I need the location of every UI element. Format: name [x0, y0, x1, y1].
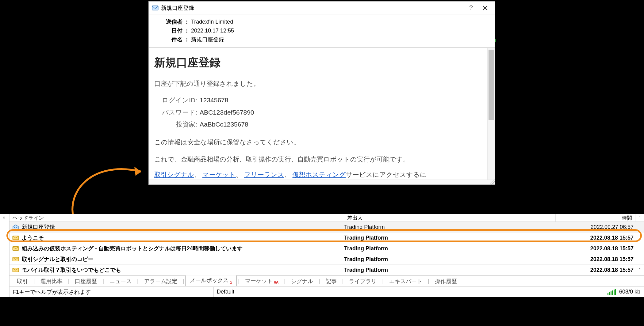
- header-date-value: 2022.10.17 12:55: [191, 26, 489, 35]
- mail-row[interactable]: 組み込みの仮装ホスティング - 自動売買ロボットとシグナルは毎日24時間稼働して…: [10, 243, 644, 254]
- mail-row-headline: 組み込みの仮装ホスティング - 自動売買ロボットとシグナルは毎日24時間稼働して…: [22, 245, 344, 252]
- status-traffic: 608/0 kb: [619, 289, 640, 295]
- mail-body-note2: これで、金融商品相場の分析、取引操作の実行、自動売買ロボットの実行が可能です。: [154, 153, 482, 165]
- tab-1[interactable]: 運用比率: [36, 276, 67, 286]
- header-date-label: 日付: [155, 26, 182, 35]
- mail-closed-icon: [10, 257, 22, 262]
- scrollbar-thumb[interactable]: [489, 50, 494, 120]
- dialog-titlebar[interactable]: 新規口座登録 ?: [149, 2, 495, 14]
- mail-row-headline: ようこそ: [22, 234, 344, 241]
- mail-row-sender: Trading Platform: [344, 256, 556, 263]
- terminal-tabs: 取引|運用比率|口座履歴|ニュース|アラーム設定|メールボックス 5|マーケット…: [10, 275, 644, 286]
- header-sender-label: 送信者: [155, 17, 182, 26]
- col-sender[interactable]: 差出人: [344, 214, 556, 222]
- dialog-scrollbar[interactable]: [487, 48, 495, 180]
- status-bar: F1キーでヘルプが表示されます Default 608/0 kb: [10, 286, 644, 297]
- mail-body: 新規口座登録 口座が下記の通り登録されました。 ログインID: 12345678…: [149, 48, 487, 180]
- header-sender-value: Tradexfin Limited: [191, 17, 489, 26]
- mail-row-sender: Trading Platform: [344, 267, 556, 273]
- dialog-resize-handle[interactable]: [149, 180, 495, 184]
- mail-list: 新規口座登録Trading Platform2022.09.27 06:57よう…: [10, 222, 644, 275]
- links-suffix: サービスにアクセスするに: [346, 171, 427, 178]
- scroll-down-icon[interactable]: ˇ: [635, 268, 644, 272]
- mail-closed-icon: [10, 267, 22, 272]
- mail-row-time: 2022.08.18 15:57: [556, 235, 635, 241]
- mail-list-headers: ヘッドライン 差出人 時間 ˆ: [10, 214, 644, 222]
- mail-row-sender: Trading Platform: [344, 224, 556, 230]
- mail-header: 送信者 ： Tradexfin Limited 日付 ： 2022.10.17 …: [149, 14, 495, 48]
- dialog-title: 新規口座登録: [161, 4, 464, 12]
- mail-row-sender: Trading Platform: [344, 235, 556, 241]
- col-headline[interactable]: ヘッドライン: [10, 214, 344, 222]
- mail-row-time: 2022.08.18 15:57: [556, 256, 635, 263]
- tab-10[interactable]: エキスパート: [385, 276, 427, 286]
- mail-row-time: 2022.08.18 15:57: [556, 267, 635, 273]
- svg-rect-0: [152, 6, 158, 10]
- connection-bars-icon: [608, 289, 616, 295]
- status-connection[interactable]: 608/0 kb: [552, 287, 644, 297]
- mail-row-headline: モバイル取引？取引をいつでもどこでも: [22, 266, 344, 274]
- mail-row-time: 2022.09.27 06:57: [556, 224, 635, 230]
- tab-0[interactable]: 取引: [13, 276, 32, 286]
- mail-open-icon: [10, 225, 22, 229]
- mail-icon: [152, 6, 159, 10]
- col-scroll-up[interactable]: ˆ: [635, 214, 644, 222]
- mail-body-note: この情報は安全な場所に保管なさってください。: [154, 136, 482, 148]
- mail-row-headline: 取引シグナルと取引のコピー: [22, 256, 344, 263]
- mail-row[interactable]: 取引シグナルと取引のコピーTrading Platform2022.08.18 …: [10, 254, 644, 265]
- tab-badge: 86: [273, 280, 278, 285]
- tab-badge: 5: [228, 280, 232, 285]
- tab-4[interactable]: アラーム設定: [140, 276, 182, 286]
- password-value: ABC123def567890: [197, 106, 254, 119]
- mail-row-sender: Trading Platform: [344, 245, 556, 252]
- tab-8[interactable]: 記事: [321, 276, 341, 286]
- tab-7[interactable]: シグナル: [287, 276, 317, 286]
- dialog-close-button[interactable]: [478, 2, 492, 13]
- mail-body-links: 取引シグナル、 マーケット、 フリーランス、 仮想ホスティングサービスにアクセス…: [154, 169, 482, 180]
- tab-6[interactable]: マーケット 86: [241, 276, 283, 286]
- tab-11[interactable]: 操作履歴: [431, 276, 461, 286]
- terminal-panel: × ターミナル ヘッドライン 差出人 時間 ˆ 新規口座登録Trading Pl…: [0, 214, 644, 297]
- mail-row-headline: 新規口座登録: [22, 223, 344, 231]
- col-time[interactable]: 時間: [556, 214, 635, 222]
- login-id-label: ログインID:: [154, 94, 197, 106]
- tab-3[interactable]: ニュース: [105, 276, 136, 286]
- mail-closed-icon: [10, 246, 22, 251]
- link-trading-signal[interactable]: 取引シグナル: [154, 171, 194, 178]
- link-market[interactable]: マーケット: [202, 171, 236, 178]
- dialog-help-button[interactable]: ?: [464, 2, 478, 13]
- password-label: パスワード:: [154, 106, 197, 119]
- tab-5[interactable]: メールボックス 5: [185, 275, 237, 286]
- mail-body-intro: 口座が下記の通り登録されました。: [154, 78, 482, 90]
- link-virtual-hosting[interactable]: 仮想ホスティング: [293, 171, 346, 178]
- mail-body-heading: 新規口座登録: [154, 52, 482, 73]
- mail-row[interactable]: ようこそTrading Platform2022.08.18 15:57: [10, 233, 644, 243]
- login-id-value: 12345678: [197, 94, 228, 106]
- investor-value: AaBbCc1235678: [197, 118, 248, 131]
- status-help-text: F1キーでヘルプが表示されます: [10, 287, 214, 297]
- status-profile[interactable]: Default: [214, 287, 281, 297]
- terminal-close-button[interactable]: ×: [1, 214, 7, 220]
- mail-row[interactable]: モバイル取引？取引をいつでもどこでもTrading Platform2022.0…: [10, 265, 644, 275]
- header-subject-label: 件名: [155, 35, 182, 44]
- tab-9[interactable]: ライブラリ: [345, 276, 381, 286]
- header-subject-value: 新規口座登録: [191, 35, 489, 44]
- mail-row[interactable]: 新規口座登録Trading Platform2022.09.27 06:57: [10, 222, 644, 233]
- mail-closed-icon: [10, 235, 22, 240]
- mail-dialog: 新規口座登録 ? 送信者 ： Tradexfin Limited 日付 ： 20…: [148, 1, 495, 185]
- investor-label: 投資家:: [154, 118, 197, 131]
- mail-row-time: 2022.08.18 15:57: [556, 245, 635, 252]
- tab-2[interactable]: 口座履歴: [71, 276, 101, 286]
- link-freelance[interactable]: フリーランス: [244, 171, 284, 178]
